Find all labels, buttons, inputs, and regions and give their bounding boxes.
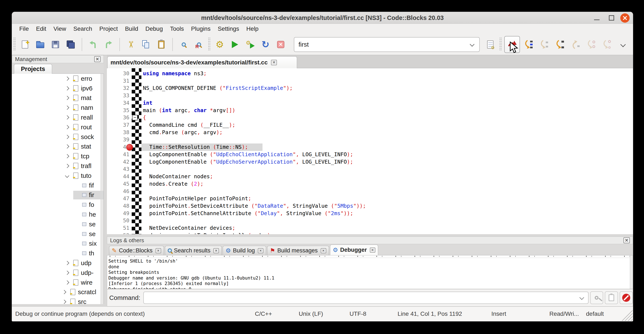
cut-button[interactable]: ✂ <box>126 40 136 49</box>
chevron-right-icon[interactable] <box>65 280 69 285</box>
tree-item-fo[interactable]: fo <box>12 200 104 210</box>
tree-item-six[interactable]: six <box>12 239 104 249</box>
debugger-log-output[interactable]: Setting SHELL to '/bin/sh'doneSetting br… <box>107 255 633 289</box>
tree-item-wire[interactable]: wire <box>12 278 104 287</box>
horizontal-splitter[interactable] <box>107 234 633 236</box>
menu-settings[interactable]: Settings <box>214 25 242 33</box>
toolbar-grip[interactable] <box>208 38 210 51</box>
log-scrollbar[interactable] <box>630 255 633 289</box>
chevron-right-icon[interactable] <box>65 164 69 168</box>
log-tab-build-messages[interactable]: ⚑Build messages✕ <box>267 246 329 255</box>
chevron-right-icon[interactable] <box>62 290 66 294</box>
tree-item-se[interactable]: se <box>12 219 104 229</box>
vertical-splitter[interactable] <box>104 55 107 306</box>
tree-item-reall[interactable]: reall <box>12 113 104 122</box>
log-tab-code-blocks[interactable]: ✎Code::Blocks✕ <box>109 246 164 255</box>
code-editor[interactable]: 30using namespace ns3;3132NS_LOG_COMPONE… <box>107 68 633 234</box>
breakpoint-icon[interactable] <box>126 144 133 151</box>
abort-button[interactable]: ✕ <box>276 40 286 49</box>
resize-grip-icon[interactable] <box>622 310 632 321</box>
new-file-button[interactable]: + <box>20 40 30 49</box>
save-button[interactable] <box>50 40 60 49</box>
tree-item-scratcl[interactable]: scratcl <box>12 287 104 297</box>
chevron-right-icon[interactable] <box>65 261 69 265</box>
build-and-run-button[interactable]: ⚙ <box>245 40 255 49</box>
chevron-right-icon[interactable] <box>65 154 69 158</box>
toolbar-grip[interactable] <box>14 38 16 51</box>
minimize-button[interactable] <box>594 20 600 20</box>
open-file-button[interactable] <box>35 40 45 49</box>
tree-item-fif[interactable]: fif <box>12 181 104 190</box>
log-tab-close-icon[interactable]: ✕ <box>214 248 219 253</box>
next-line-button[interactable] <box>540 40 549 49</box>
tree-item-src[interactable]: src <box>12 297 104 304</box>
tree-item-se[interactable]: se <box>12 229 104 239</box>
menu-search[interactable]: Search <box>70 25 96 33</box>
step-out-button[interactable] <box>571 40 580 49</box>
rebuild-button[interactable]: ↻ <box>260 40 270 49</box>
command-dropdown-chevron-icon[interactable] <box>579 295 584 300</box>
tree-item-udp-[interactable]: udp- <box>12 268 104 278</box>
log-tab-close-icon[interactable]: ✕ <box>370 247 375 253</box>
save-all-button[interactable] <box>66 40 76 49</box>
logs-close-icon[interactable]: ✕ <box>624 237 630 243</box>
tree-item-rout[interactable]: rout <box>12 122 104 132</box>
menu-project[interactable]: Project <box>96 25 121 33</box>
menu-plugins[interactable]: Plugins <box>188 25 214 33</box>
chevron-right-icon[interactable] <box>65 271 69 275</box>
log-tab-search-results[interactable]: Search results✕ <box>165 246 222 255</box>
menu-help[interactable]: Help <box>243 25 262 33</box>
tree-item-nam[interactable]: nam <box>12 103 104 113</box>
build-button[interactable]: ⚙ <box>215 40 224 49</box>
target-options-button[interactable]: ⚙ <box>486 40 495 49</box>
editor-tab-close-icon[interactable]: ✕ <box>271 60 277 65</box>
tree-item-ipv6[interactable]: ipv6 <box>12 84 104 93</box>
run-button[interactable] <box>230 40 240 49</box>
build-target-combo[interactable]: first <box>294 37 480 52</box>
fold-collapse-icon[interactable]: − <box>132 115 138 120</box>
log-tab-debugger[interactable]: ⚙Debugger✕ <box>330 245 378 255</box>
tree-item-fir[interactable]: fir <box>12 190 104 200</box>
menu-edit[interactable]: Edit <box>32 25 50 33</box>
chevron-right-icon[interactable] <box>65 125 69 129</box>
command-input[interactable] <box>143 292 588 304</box>
menu-tools[interactable]: Tools <box>166 25 187 33</box>
tree-item-erro[interactable]: erro <box>12 74 104 84</box>
more-tools-chevron-icon[interactable] <box>620 42 626 47</box>
chevron-right-icon[interactable] <box>65 86 69 91</box>
debugger-stop-button[interactable] <box>620 291 633 304</box>
tree-item-stat[interactable]: stat <box>12 142 104 152</box>
next-instruction-button[interactable] <box>587 40 596 49</box>
command-send-button[interactable] <box>590 291 603 304</box>
tree-item-tuto[interactable]: tuto <box>12 171 104 181</box>
find-button[interactable] <box>179 40 189 49</box>
tree-item-trafl[interactable]: trafl <box>12 161 104 171</box>
title-bar[interactable]: mnt/dev/tools/source/ns-3-dev/examples/t… <box>12 12 633 24</box>
menu-debug[interactable]: Debug <box>142 25 166 33</box>
chevron-right-icon[interactable] <box>65 77 69 81</box>
tree-item-th[interactable]: th <box>12 248 104 258</box>
command-copy-button[interactable] <box>605 291 618 304</box>
tab-projects[interactable]: Projects <box>14 64 52 74</box>
step-into-instruction-button[interactable] <box>602 40 612 49</box>
chevron-right-icon[interactable] <box>65 115 69 120</box>
tree-item-mat[interactable]: mat <box>12 93 104 103</box>
log-tab-build-log[interactable]: ⚙Build log✕ <box>223 246 266 255</box>
menu-view[interactable]: View <box>50 25 70 33</box>
chevron-right-icon[interactable] <box>65 96 69 100</box>
log-tab-close-icon[interactable]: ✕ <box>156 248 161 253</box>
log-tab-close-icon[interactable]: ✕ <box>321 248 326 253</box>
paste-button[interactable] <box>156 40 166 49</box>
tree-item-sock[interactable]: sock <box>12 132 104 142</box>
toolbar-grip[interactable] <box>500 38 502 51</box>
menu-file[interactable]: File <box>16 25 32 33</box>
run-to-cursor-button[interactable] <box>524 40 533 49</box>
log-tab-close-icon[interactable]: ✕ <box>258 248 263 253</box>
management-close-icon[interactable]: ✕ <box>94 56 100 62</box>
copy-button[interactable] <box>141 40 151 49</box>
redo-button[interactable] <box>104 40 113 49</box>
close-button[interactable] <box>620 13 630 23</box>
tree-item-he[interactable]: he <box>12 210 104 219</box>
chevron-right-icon[interactable] <box>65 135 69 139</box>
chevron-right-icon[interactable] <box>65 145 69 149</box>
